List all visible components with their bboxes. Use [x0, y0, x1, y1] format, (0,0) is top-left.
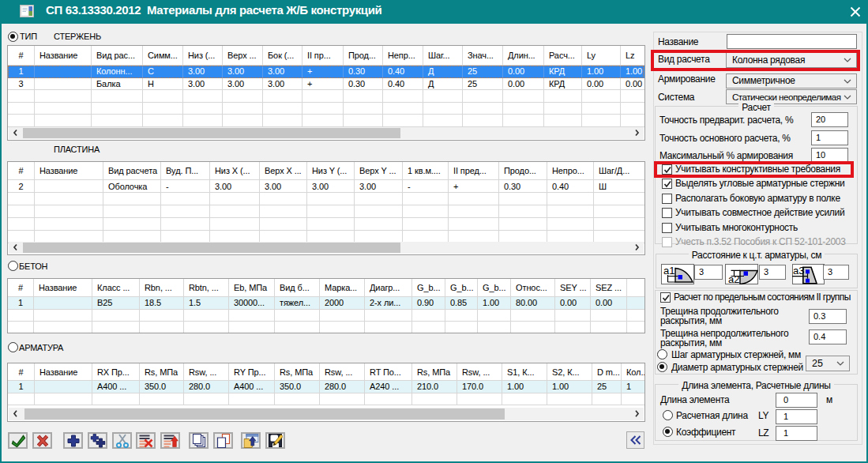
svg-text:a3: a3 — [793, 265, 804, 277]
svg-text:a2: a2 — [728, 273, 739, 284]
svg-text:a1: a1 — [663, 265, 674, 277]
